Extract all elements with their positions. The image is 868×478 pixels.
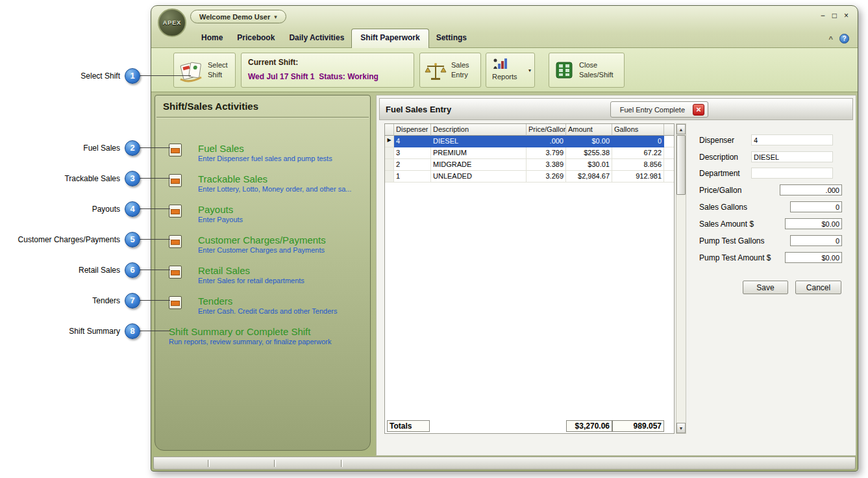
column-header-price[interactable]: Price/Gallon [527, 124, 566, 136]
sales-gallons-label: Sales Gallons [699, 201, 747, 213]
scales-icon [424, 61, 447, 82]
welcome-user-label: Welcome Demo User [199, 13, 270, 21]
vertical-scrollbar[interactable]: ▲ ▼ [676, 123, 686, 434]
sidebar-item-retail-sales[interactable]: Retail Sales Enter Sales for retail depa… [155, 265, 370, 292]
column-header-gallons[interactable]: Gallons [612, 124, 664, 136]
cell-amount: $30.01 [566, 159, 612, 171]
tab-pricebook[interactable]: Pricebook [230, 30, 282, 47]
fuel-sales-entry-panel: Fuel Sales Entry Fuel Entry Complete × D… [376, 95, 856, 456]
tab-daily-activities[interactable]: Daily Activities [282, 30, 351, 47]
content-header: Fuel Sales Entry Fuel Entry Complete × [379, 98, 853, 120]
callout-label: Retail Sales [79, 266, 120, 275]
save-button[interactable]: Save [743, 281, 788, 294]
select-shift-label: Select Shift [208, 60, 228, 80]
screenshot-canvas: APEX Welcome Demo User ▾ − □ × Home Pric… [0, 0, 868, 478]
sidebar-item-customer-charges[interactable]: Customer Charges/Payments Enter Customer… [155, 234, 370, 262]
table-row[interactable]: 3 PREMIUM 3.799 $255.38 67.22 [385, 147, 674, 159]
sidebar-item-tenders[interactable]: Tenders Enter Cash. Credit Cards and oth… [155, 296, 370, 323]
scroll-up-icon[interactable]: ▲ [676, 124, 686, 134]
callout-connector-line [139, 270, 170, 270]
activities-panel: Shift/Sales Activities Fuel Sales Enter … [155, 95, 371, 451]
description-field[interactable] [751, 151, 833, 162]
table-row[interactable]: 1 UNLEADED 3.269 $2,984.67 912.981 [385, 171, 674, 182]
minimize-button[interactable]: − [821, 11, 825, 20]
table-header-row: Dispenser Description Price/Gallon Amoun… [385, 124, 674, 136]
price-gallon-field[interactable] [780, 184, 842, 195]
activity-title: Customer Charges/Payments [198, 234, 326, 246]
red-x-icon: × [693, 104, 704, 116]
cell-gallons: 67.22 [612, 147, 664, 159]
tab-bar: Home Pricebook Daily Activities Shift Pa… [151, 25, 858, 47]
sales-gallons-field[interactable] [790, 201, 842, 212]
totals-gallons: 989.057 [612, 420, 664, 432]
sidebar-item-shift-summary[interactable]: Shift Summary or Complete Shift Run repo… [155, 326, 370, 353]
close-button[interactable]: × [844, 11, 849, 20]
page-title: Fuel Sales Entry [386, 105, 451, 114]
statusbar-separator [341, 460, 343, 467]
sidebar-item-trackable-sales[interactable]: Trackable Sales Enter Lottery, Lotto, Mo… [155, 173, 370, 201]
callout-customer-charges: Customer Charges/Payments 5 [0, 231, 140, 247]
column-header-description[interactable]: Description [431, 124, 527, 136]
callout-number-badge: 2 [125, 140, 140, 156]
department-field[interactable] [751, 168, 833, 179]
callout-label: Customer Charges/Payments [18, 235, 120, 244]
callout-shift-summary: Shift Summary 8 [0, 323, 140, 339]
pump-test-gallons-field[interactable] [790, 235, 842, 246]
select-shift-button[interactable]: Select Shift [173, 53, 236, 88]
callout-select-shift: Select Shift 1 [0, 68, 140, 84]
sales-amount-field[interactable] [785, 218, 842, 229]
sidebar-item-fuel-sales[interactable]: Fuel Sales Enter Dispenser fuel sales an… [155, 143, 370, 170]
current-shift-value: Wed Jul 17 Shift 1 Status: Working [248, 72, 378, 81]
sales-entry-button[interactable]: Sales Entry [419, 53, 481, 88]
pump-test-amount-field[interactable] [785, 252, 842, 263]
table-row[interactable]: ▶ 4 DIESEL .000 $0.00 0 [385, 136, 674, 147]
column-header-dispenser[interactable]: Dispenser [394, 124, 431, 136]
cell-price: 3.799 [527, 147, 566, 159]
ribbon: Select Shift Current Shift: Wed Jul 17 S… [151, 47, 858, 92]
activity-icon [169, 205, 182, 218]
activity-icon [169, 235, 182, 248]
sidebar-item-payouts[interactable]: Payouts Enter Payouts [155, 204, 370, 231]
help-icon[interactable]: ? [839, 34, 849, 44]
tab-home[interactable]: Home [194, 30, 230, 47]
apex-logo-text: APEX [163, 19, 182, 26]
description-label: Description [699, 151, 738, 163]
activity-icon [169, 174, 182, 187]
activity-subtitle: Enter Cash. Credit Cards and other Tende… [198, 307, 337, 316]
cell-gallons: 912.981 [612, 171, 664, 182]
fuel-entry-complete-button[interactable]: Fuel Entry Complete × [610, 101, 708, 118]
current-shift-panel: Current Shift: Wed Jul 17 Shift 1 Status… [241, 53, 414, 88]
cell-dispenser: 2 [394, 159, 431, 171]
cell-dispenser: 4 [394, 136, 431, 147]
dispenser-field[interactable] [751, 134, 833, 145]
scroll-down-icon[interactable]: ▼ [676, 423, 686, 433]
activity-icon [169, 296, 182, 309]
callout-connector-line [139, 75, 191, 76]
tab-settings[interactable]: Settings [429, 30, 474, 47]
close-sales-shift-label: Close Sales/Shift [579, 60, 614, 80]
row-selector-cell [385, 171, 394, 182]
callout-tenders: Tenders 7 [0, 292, 140, 308]
callout-label: Payouts [92, 205, 120, 214]
cancel-button[interactable]: Cancel [795, 281, 841, 294]
activity-subtitle: Enter Sales for retail departments [198, 277, 304, 285]
dropdown-caret-icon: ▾ [274, 14, 277, 20]
callout-number-badge: 8 [125, 323, 140, 339]
close-sales-shift-button[interactable]: Close Sales/Shift [549, 53, 625, 88]
cell-dispenser: 1 [394, 171, 431, 182]
price-gallon-label: Price/Gallon [699, 184, 741, 196]
welcome-user-button[interactable]: Welcome Demo User ▾ [190, 10, 286, 23]
activity-subtitle: Run reports, review summary, or finalize… [169, 338, 331, 346]
column-header-amount[interactable]: Amount [566, 124, 612, 136]
ribbon-collapse-icon[interactable]: ^ [829, 35, 833, 43]
activity-subtitle: Enter Lottery, Lotto, Money order, and o… [198, 185, 351, 194]
reports-button[interactable]: Reports ▾ [486, 53, 535, 88]
fuel-entry-complete-label: Fuel Entry Complete [620, 106, 685, 114]
maximize-button[interactable]: □ [832, 11, 837, 20]
sales-amount-label: Sales Amount $ [699, 218, 754, 230]
row-selector-cell [385, 147, 394, 159]
table-row[interactable]: 2 MIDGRADE 3.389 $30.01 8.856 [385, 159, 674, 171]
cell-filler [664, 136, 674, 147]
scroll-thumb[interactable] [676, 135, 686, 195]
tab-shift-paperwork[interactable]: Shift Paperwork [351, 29, 428, 48]
